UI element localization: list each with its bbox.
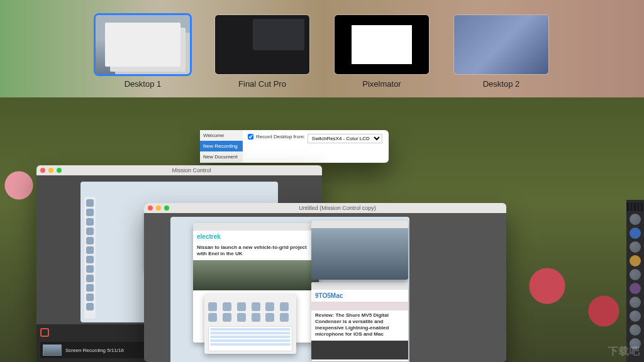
nested-prefs-window: [204, 293, 296, 354]
space-thumbnail[interactable]: [215, 15, 309, 74]
editor-window-front[interactable]: Untitled (Mission Control copy) electrek…: [144, 203, 506, 362]
dock-item[interactable]: [630, 228, 641, 239]
dock-item[interactable]: [630, 269, 641, 280]
space-label: Final Cut Pro: [238, 79, 286, 89]
headline: Nissan to launch a new vehicle-to-grid p…: [197, 244, 315, 257]
record-source-select[interactable]: SwitchResX4 - Color LCD: [308, 134, 382, 143]
window-titlebar[interactable]: Mission Control: [36, 165, 322, 175]
canvas-area[interactable]: electrek Nissan to launch a new vehicle-…: [170, 217, 409, 362]
dock-item[interactable]: [630, 297, 641, 308]
dock-item[interactable]: [630, 214, 641, 225]
clip-thumbnail: [43, 344, 62, 356]
sidebar-item-new-document[interactable]: New Document: [200, 151, 243, 162]
space-label: Desktop 1: [125, 79, 162, 89]
dock-item[interactable]: [630, 283, 641, 294]
brand-label: electrek: [193, 231, 319, 243]
article-image: [193, 260, 319, 290]
space-final-cut-pro[interactable]: Final Cut Pro: [215, 15, 309, 89]
close-icon[interactable]: [40, 168, 45, 173]
mission-control-spaces-bar: Desktop 1 Final Cut Pro Pixelmator Deskt…: [0, 15, 644, 89]
headline: Review: The Shure MV5 Digital Condenser …: [315, 312, 404, 337]
nested-dock: [84, 197, 96, 319]
space-label: Pixelmator: [362, 79, 401, 89]
record-button[interactable]: [40, 328, 49, 337]
nested-desktop-preview: [311, 221, 408, 280]
nested-browser-9to5mac: 9TO5Mac Review: The Shure MV5 Digital Co…: [311, 282, 408, 361]
minimize-icon[interactable]: [156, 206, 161, 211]
record-desktop-label: Record Desktop from:: [256, 134, 305, 140]
space-thumbnail[interactable]: [335, 15, 429, 74]
chooser-main: Record Desktop from: SwitchResX4 - Color…: [243, 130, 389, 163]
right-dock-tabs[interactable]: [626, 202, 644, 211]
new-recording-window[interactable]: Welcome New Recording New Document Recor…: [200, 130, 389, 163]
minimize-icon[interactable]: [48, 168, 53, 173]
space-desktop-1[interactable]: Desktop 1: [96, 15, 190, 89]
zoom-icon[interactable]: [164, 206, 169, 211]
chooser-sidebar: Welcome New Recording New Document: [200, 130, 243, 163]
dock-item[interactable]: [630, 255, 641, 266]
record-desktop-checkbox[interactable]: [248, 134, 253, 140]
right-dock[interactable]: [626, 200, 644, 362]
dock-item[interactable]: [630, 310, 641, 322]
space-label: Desktop 2: [483, 79, 520, 89]
space-pixelmator[interactable]: Pixelmator: [335, 15, 429, 89]
article-image: [311, 341, 408, 359]
space-thumbnail[interactable]: [96, 15, 190, 74]
sidebar-item-welcome[interactable]: Welcome: [200, 130, 243, 141]
zoom-icon[interactable]: [57, 168, 62, 173]
close-icon[interactable]: [148, 206, 153, 211]
dock-item[interactable]: [630, 241, 641, 253]
window-title: Mission Control: [65, 167, 318, 173]
sidebar-item-new-recording[interactable]: New Recording: [200, 141, 243, 151]
space-thumbnail[interactable]: [454, 15, 548, 74]
space-desktop-2[interactable]: Desktop 2: [454, 15, 548, 89]
clip-label: Screen Recording 5/11/16: [65, 348, 124, 353]
brand-label: 9TO5Mac: [311, 290, 408, 302]
window-titlebar[interactable]: Untitled (Mission Control copy): [144, 203, 506, 213]
watermark: 下载吧: [608, 345, 640, 358]
window-title: Untitled (Mission Control copy): [172, 205, 502, 211]
dock-item[interactable]: [630, 324, 641, 336]
